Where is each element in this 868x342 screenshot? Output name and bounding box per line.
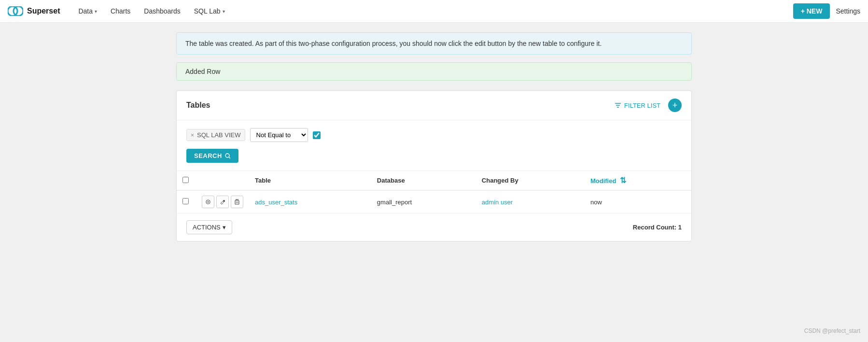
svg-rect-9: [235, 200, 239, 204]
panel-header: Tables FILTER LIST +: [177, 91, 691, 120]
nav-item-charts[interactable]: Charts: [104, 0, 137, 23]
row-view-button[interactable]: [202, 196, 214, 208]
view-icon: [205, 199, 211, 205]
th-table-label: Table: [255, 177, 271, 184]
success-alert: Added Row: [176, 62, 692, 81]
nav-right: + NEW Settings: [793, 3, 860, 19]
th-changed-by-label: Changed By: [482, 177, 518, 184]
main-content: The table was created. As part of this t…: [168, 23, 700, 251]
filter-row-header: FILTER LIST +: [615, 99, 682, 112]
search-row: SEARCH: [186, 149, 682, 163]
filter-list-label: FILTER LIST: [624, 102, 660, 109]
search-icon: [225, 153, 231, 159]
table-header-row: Table Database Changed By Modified ⇅: [177, 171, 691, 190]
filter-operator-select[interactable]: Equal to Not Equal to: [250, 128, 308, 142]
table-name-link[interactable]: ads_user_stats: [255, 199, 297, 206]
record-count-label: Record Count:: [633, 224, 676, 231]
tables-panel: Tables FILTER LIST + × SQL LAB VIEW: [176, 90, 692, 242]
success-alert-text: Added Row: [185, 68, 220, 75]
data-table: Table Database Changed By Modified ⇅: [177, 171, 691, 214]
filter-tag-sql-lab-view[interactable]: × SQL LAB VIEW: [186, 129, 245, 141]
changed-by-link[interactable]: admin user: [482, 199, 513, 206]
nav-item-dashboards[interactable]: Dashboards: [137, 0, 187, 23]
actions-label: ACTIONS: [193, 224, 221, 231]
brand-name: Superset: [27, 7, 60, 15]
filter-checkbox[interactable]: [313, 131, 321, 139]
td-table-name: ads_user_stats: [249, 190, 371, 214]
search-button[interactable]: SEARCH: [186, 149, 238, 163]
row-checkbox[interactable]: [182, 198, 189, 204]
new-button[interactable]: + NEW: [793, 3, 830, 19]
delete-icon: [234, 199, 240, 205]
actions-arrow-icon: ▾: [223, 224, 226, 231]
watermark: CSDN @prefect_start: [804, 328, 860, 334]
filter-list-button[interactable]: FILTER LIST: [615, 102, 660, 109]
filter-tag-label: SQL LAB VIEW: [197, 131, 241, 139]
svg-point-8: [208, 201, 209, 203]
th-table: Table: [249, 171, 371, 190]
select-all-checkbox[interactable]: [182, 177, 189, 183]
info-alert-text: The table was created. As part of this t…: [185, 40, 602, 47]
svg-line-6: [229, 157, 230, 158]
td-database: gmall_report: [371, 190, 476, 214]
filter-row: × SQL LAB VIEW Equal to Not Equal to: [186, 128, 682, 142]
th-actions: [196, 171, 249, 190]
td-row-actions: [196, 190, 249, 214]
add-table-button[interactable]: +: [668, 99, 682, 112]
settings-link[interactable]: Settings: [836, 7, 860, 15]
nav-item-data[interactable]: Data ▾: [71, 0, 104, 23]
svg-point-1: [14, 6, 23, 16]
th-modified: Modified ⇅: [585, 171, 691, 190]
table-row: ads_user_stats gmall_report admin user n…: [177, 190, 691, 214]
nav-item-sqllab[interactable]: SQL Lab ▾: [187, 0, 232, 23]
panel-title: Tables: [186, 101, 210, 110]
th-database-label: Database: [377, 177, 405, 184]
filter-section: × SQL LAB VIEW Equal to Not Equal to SEA…: [177, 120, 691, 171]
info-alert: The table was created. As part of this t…: [176, 32, 692, 55]
nav-links: Data ▾ Charts Dashboards SQL Lab ▾: [71, 0, 793, 23]
filter-icon: [615, 102, 621, 109]
th-select-all: [177, 171, 196, 190]
search-button-label: SEARCH: [194, 152, 222, 159]
navbar: Superset Data ▾ Charts Dashboards SQL La…: [0, 0, 868, 23]
data-arrow-icon: ▾: [95, 9, 97, 14]
svg-point-5: [225, 154, 229, 157]
th-database: Database: [371, 171, 476, 190]
row-edit-button[interactable]: [216, 196, 229, 208]
record-count: Record Count: 1: [633, 224, 682, 231]
td-modified: now: [585, 190, 691, 214]
record-count-value: 1: [678, 224, 682, 231]
td-row-checkbox: [177, 190, 196, 214]
td-changed-by: admin user: [476, 190, 585, 214]
th-changed-by: Changed By: [476, 171, 585, 190]
logo-icon: [8, 6, 23, 16]
edit-icon: [220, 199, 225, 205]
row-action-icons: [202, 196, 243, 208]
sort-icon[interactable]: ⇅: [618, 176, 626, 185]
brand: Superset: [8, 6, 60, 16]
sqllab-arrow-icon: ▾: [223, 9, 225, 14]
row-delete-button[interactable]: [231, 196, 243, 208]
th-modified-label: Modified: [590, 177, 616, 185]
filter-tag-remove-icon: ×: [191, 132, 194, 139]
actions-button[interactable]: ACTIONS ▾: [186, 220, 232, 234]
table-footer: ACTIONS ▾ Record Count: 1: [177, 214, 691, 241]
